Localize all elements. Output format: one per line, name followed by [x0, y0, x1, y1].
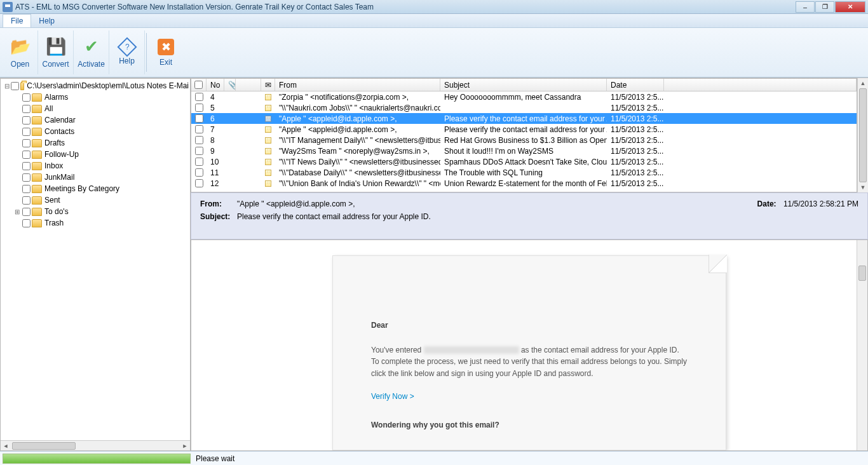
expand-icon[interactable] — [13, 117, 21, 124]
tree-check[interactable] — [22, 173, 31, 182]
expand-icon[interactable] — [13, 197, 21, 204]
tree-item[interactable]: Trash — [2, 217, 189, 229]
from-label: From: — [200, 199, 237, 208]
row-check[interactable] — [195, 158, 203, 166]
header-attachment-icon[interactable]: 📎 — [224, 79, 236, 91]
tree-check[interactable] — [22, 151, 31, 159]
tree-label: Calendar — [44, 116, 76, 125]
row-check[interactable] — [195, 136, 203, 144]
titlebar: ATS - EML to MSG Converter Software New … — [0, 0, 868, 14]
open-button[interactable]: 📂 Open — [3, 30, 38, 74]
cell-date: 11/5/2013 2:5... — [607, 168, 664, 177]
maximize-button[interactable] — [815, 1, 834, 13]
help-button[interactable]: ? Help — [109, 30, 145, 74]
row-check[interactable] — [195, 104, 203, 112]
row-check[interactable] — [195, 147, 203, 155]
email-preview[interactable]: Dear You've entered as the contact email… — [191, 239, 868, 451]
scroll-up-icon[interactable]: ▲ — [858, 78, 868, 88]
scroll-left-icon[interactable]: ◄ — [1, 441, 11, 450]
scroll-thumb[interactable] — [859, 88, 867, 182]
expand-icon[interactable] — [13, 128, 21, 135]
envelope-icon — [261, 105, 275, 111]
tree-item[interactable]: Inbox — [2, 160, 189, 172]
tree-item[interactable]: Contacts — [2, 126, 189, 137]
table-row[interactable]: 5 "\\"Naukri.com Jobs\\" " <naukrialerts… — [191, 102, 857, 113]
tree-item[interactable]: Sent — [2, 194, 189, 206]
expand-icon[interactable] — [13, 174, 21, 181]
cell-date: 11/5/2013 2:5... — [607, 93, 664, 102]
scroll-down-icon[interactable]: ▼ — [858, 182, 868, 192]
menu-help[interactable]: Help — [31, 15, 62, 27]
tree-item[interactable]: Meetings By Category — [2, 183, 189, 194]
tree-item[interactable]: Follow-Up — [2, 149, 189, 160]
header-from[interactable]: From — [275, 79, 440, 91]
close-button[interactable] — [835, 1, 865, 13]
row-check[interactable] — [195, 125, 203, 133]
expand-icon[interactable] — [13, 185, 21, 192]
tree-root-check[interactable] — [11, 82, 19, 90]
tree-root[interactable]: ⊟ C:\Users\admin\Desktop\eml\Lotus Notes… — [2, 80, 189, 91]
minimize-button[interactable] — [796, 1, 815, 13]
tree-item[interactable]: Alarms — [2, 91, 189, 103]
header-subject[interactable]: Subject — [440, 79, 607, 91]
tree-item[interactable]: JunkMail — [2, 172, 189, 183]
tree-item[interactable]: Drafts — [2, 137, 189, 149]
cell-no: 11 — [207, 168, 224, 177]
folder-icon — [32, 128, 42, 136]
convert-button[interactable]: 💾 Convert — [38, 30, 74, 74]
convert-label: Convert — [42, 60, 69, 69]
tree-check[interactable] — [22, 208, 31, 216]
row-check[interactable] — [195, 114, 203, 123]
tree-check[interactable] — [22, 105, 31, 113]
exit-button[interactable]: ✖ Exit — [148, 30, 184, 74]
tree-check[interactable] — [22, 116, 31, 125]
expand-icon[interactable] — [13, 163, 21, 170]
table-row[interactable]: 9 "Way2Sms Team " <noreply@way2sms.in >,… — [191, 145, 857, 156]
table-row[interactable]: 4 "Zorpia " <notifications@zorpia.com >,… — [191, 91, 857, 102]
header-date[interactable]: Date — [607, 79, 664, 91]
expand-icon[interactable] — [13, 105, 21, 112]
tree-check[interactable] — [22, 196, 31, 205]
row-check[interactable] — [195, 168, 203, 177]
table-row[interactable]: 11 "\\"Database Daily\\" " <newsletters@… — [191, 167, 857, 178]
row-check[interactable] — [195, 179, 203, 187]
scroll-right-icon[interactable]: ► — [180, 441, 190, 450]
scroll-thumb[interactable] — [12, 442, 76, 450]
tree-check[interactable] — [22, 185, 31, 193]
table-row[interactable]: 7 "Apple " <appleid@id.apple.com >, Plea… — [191, 124, 857, 135]
tree-root-label: C:\Users\admin\Desktop\eml\Lotus Notes E… — [27, 81, 189, 90]
expand-icon[interactable] — [13, 151, 21, 158]
tree-check[interactable] — [22, 93, 31, 102]
question-diamond-icon: ? — [117, 37, 137, 57]
table-row[interactable]: 6 "Apple " <appleid@id.apple.com >, Plea… — [191, 113, 857, 124]
expand-icon[interactable]: ⊞ — [13, 208, 21, 215]
tree-item[interactable]: All — [2, 103, 189, 114]
from-value: "Apple " <appleid@id.apple.com >, — [237, 199, 355, 208]
tree-label: Drafts — [44, 138, 65, 147]
preview-vscrollbar[interactable] — [857, 240, 867, 450]
tree-check[interactable] — [22, 128, 31, 136]
scroll-thumb[interactable] — [858, 266, 866, 281]
table-row[interactable]: 8 "\\"IT Management Daily\\" " <newslett… — [191, 135, 857, 145]
tree-item[interactable]: ⊞ To do's — [2, 206, 189, 217]
table-row[interactable]: 12 "\\"Union Bank of India's Union Rewar… — [191, 178, 857, 189]
header-no[interactable]: No — [207, 79, 224, 91]
tree-item[interactable]: Calendar — [2, 114, 189, 126]
collapse-icon[interactable]: ⊟ — [4, 83, 10, 90]
header-checkbox[interactable] — [191, 79, 207, 91]
menu-file[interactable]: File — [3, 14, 31, 27]
envelope-icon — [261, 148, 275, 154]
activate-button[interactable]: ✔ Activate — [74, 30, 109, 74]
expand-icon[interactable] — [13, 220, 21, 227]
expand-icon[interactable] — [13, 94, 21, 101]
tree-check[interactable] — [22, 162, 31, 170]
expand-icon[interactable] — [13, 140, 21, 147]
verify-link[interactable]: Verify Now > — [371, 391, 688, 403]
tree-hscrollbar[interactable]: ◄ ► — [1, 440, 190, 450]
grid-vscrollbar[interactable]: ▲ ▼ — [857, 78, 868, 192]
header-envelope-icon[interactable]: ✉ — [261, 79, 275, 91]
table-row[interactable]: 10 "\\"IT News Daily\\" " <newsletters@i… — [191, 156, 857, 167]
row-check[interactable] — [195, 93, 203, 101]
tree-check[interactable] — [22, 139, 31, 147]
tree-check[interactable] — [22, 219, 31, 227]
